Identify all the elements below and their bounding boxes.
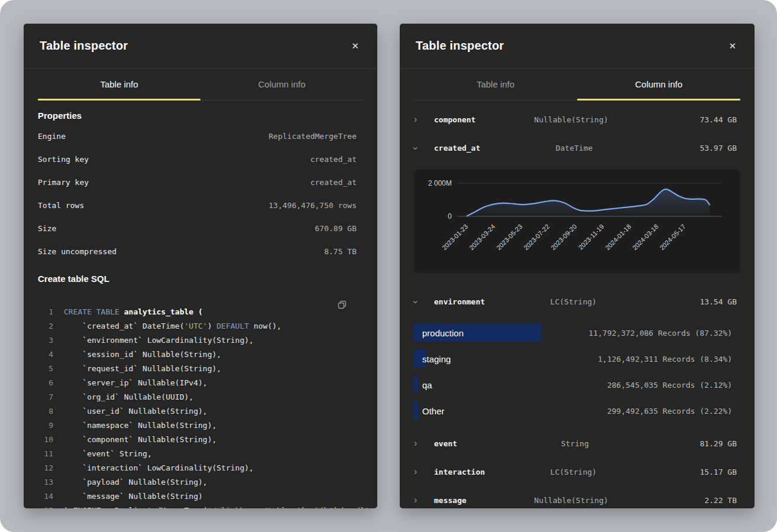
sql-code-text: `component` Nullable(String), [64,433,216,447]
copy-icon-glyph [338,300,347,309]
line-number: 6 [38,376,53,390]
table-inspector-modal-table-info: Table inspector ✕ Table infoColumn info … [24,24,377,508]
property-label: Primary key [38,178,89,187]
column-row-environment[interactable]: ›environmentLC(String)13.54 GB [414,287,740,316]
line-number: 1 [38,305,53,319]
column-row-component[interactable]: ›componentNullable(String)73.44 GB [414,105,740,134]
chevron-down-icon: › [414,297,434,306]
column-name: message [434,496,467,505]
x-tick-label: 2023-09-20 [549,223,578,251]
column-size: 2.22 TB [704,496,737,505]
sql-code-text: `payload` Nullable(String), [64,475,208,489]
copy-icon[interactable] [336,299,348,312]
sql-code-text: `org_id` Nullable(UUID), [64,390,193,404]
table-inspector-modal-column-info: Table inspector ✕ Table infoColumn info … [400,24,755,508]
sql-line: 6 `server_ip` Nullable(IPv4), [38,376,363,390]
line-number: 9 [38,419,53,433]
property-label: Sorting key [38,155,89,164]
chevron-right-icon: › [414,115,434,124]
line-number: 11 [38,447,53,461]
tab-bar: Table infoColumn info [414,69,740,100]
sql-code-text: ) ENGINE = ReplicatedMergeTree('/clickho… [64,504,374,508]
property-row: Total rows13,496,476,750 rows [38,194,363,218]
column-name: interaction [434,468,485,476]
value-bar [414,402,418,420]
sql-line: 2 `created_at` DateTime('UTC') DEFAULT n… [38,319,363,333]
create-table-sql-heading: Create table SQL [38,273,363,285]
line-number: 7 [38,390,53,404]
sql-code-text: `message` Nullable(String) [64,489,203,504]
chevron-down-icon: › [414,143,434,153]
sql-line: 3 `environment` LowCardinality(String), [38,333,363,348]
table-info-content: Properties EngineReplicatedMergeTreeSort… [24,110,377,508]
sql-line: 1CREATE TABLE analytics_table ( [38,305,363,319]
x-tick-label: 2024-03-18 [631,223,659,251]
line-number: 14 [38,489,53,504]
columns-list: ›componentNullable(String)73.44 GB›creat… [400,100,755,508]
properties-list: EngineReplicatedMergeTreeSorting keycrea… [38,125,363,264]
tab-bar: Table infoColumn info [38,69,363,100]
tab-table-info[interactable]: Table info [38,69,200,100]
column-type: LC(String) [551,468,597,476]
screenshot-background: Table inspector ✕ Table infoColumn info … [0,0,777,532]
environment-value-row: staging1,126,492,311 Records (8.34%) [414,350,740,368]
sql-code-text: CREATE TABLE analytics_table ( [64,305,203,319]
x-tick-label: 2023-05-23 [495,223,523,251]
sql-code-text: `namespace` Nullable(String), [64,419,216,433]
x-tick-label: 2024-01-18 [604,223,632,251]
sql-line: 13 `payload` Nullable(String), [38,475,363,489]
line-number: 10 [38,433,53,447]
property-value: 670.89 GB [315,224,363,233]
environment-value-row: Other299,492,635 Records (2.22%) [414,402,740,420]
column-row-interaction[interactable]: ›interactionLC(String)15.17 GB [414,458,740,486]
x-tick-label: 2024-05-17 [658,223,687,251]
property-value: created_at [310,178,363,187]
value-records: 299,492,635 Records (2.22%) [607,407,732,416]
sql-code-text: `event` String, [64,447,152,461]
column-name: component [434,115,475,124]
created-at-distribution-chart: 2 000M 0 2023-01-232023-03-242023-05-232… [414,169,740,273]
column-size: 81.29 GB [700,439,737,448]
sql-code-text: `request_id` Nullable(String), [64,362,221,376]
column-row-created_at[interactable]: ›created_atDateTime53.97 GB [414,134,740,162]
column-type: DateTime [556,144,593,153]
sql-line: 5 `request_id` Nullable(String), [38,362,363,376]
tab-column-info[interactable]: Column info [577,69,740,100]
sql-line: 11 `event` String, [38,447,363,461]
y-axis-label-max: 2 000M [428,179,452,187]
sql-code-text: `interaction` LowCardinality(String), [64,461,254,475]
modal-title: Table inspector [416,39,504,53]
line-number: 15 [38,504,53,508]
modal-header: Table inspector ✕ [24,24,377,69]
tab-table-info[interactable]: Table info [414,69,577,100]
property-row: EngineReplicatedMergeTree [38,125,363,148]
tab-column-info[interactable]: Column info [200,69,363,100]
environment-value-row: production11,792,372,086 Records (87.32%… [414,324,740,342]
close-icon[interactable]: ✕ [349,39,361,53]
properties-heading: Properties [38,110,363,122]
chevron-right-icon: › [414,467,434,476]
value-label: Other [422,406,445,416]
y-axis-label-zero: 0 [448,212,452,220]
line-number: 4 [38,348,53,362]
column-row-message[interactable]: ›messageNullable(String)2.22 TB [414,486,740,508]
sql-lines: 1CREATE TABLE analytics_table (2 `create… [38,305,363,508]
property-label: Size uncompressed [38,247,116,257]
value-label: qa [422,380,432,390]
sql-line: 9 `namespace` Nullable(String), [38,419,363,433]
modal-header: Table inspector ✕ [400,24,755,69]
sql-line: 12 `interaction` LowCardinality(String), [38,461,363,475]
property-label: Total rows [38,201,84,210]
x-tick-label: 2023-01-23 [441,223,469,251]
line-number: 2 [38,319,53,333]
column-row-event[interactable]: ›eventString81.29 GB [414,429,740,458]
sql-line: 7 `org_id` Nullable(UUID), [38,390,363,404]
x-tick-label: 2023-11-19 [577,223,606,251]
property-row: Primary keycreated_at [38,171,363,194]
line-number: 5 [38,362,53,376]
column-size: 13.54 GB [700,297,737,306]
line-number: 8 [38,404,53,419]
close-icon[interactable]: ✕ [726,39,739,53]
column-name: event [434,439,457,448]
column-size: 73.44 GB [700,115,737,124]
